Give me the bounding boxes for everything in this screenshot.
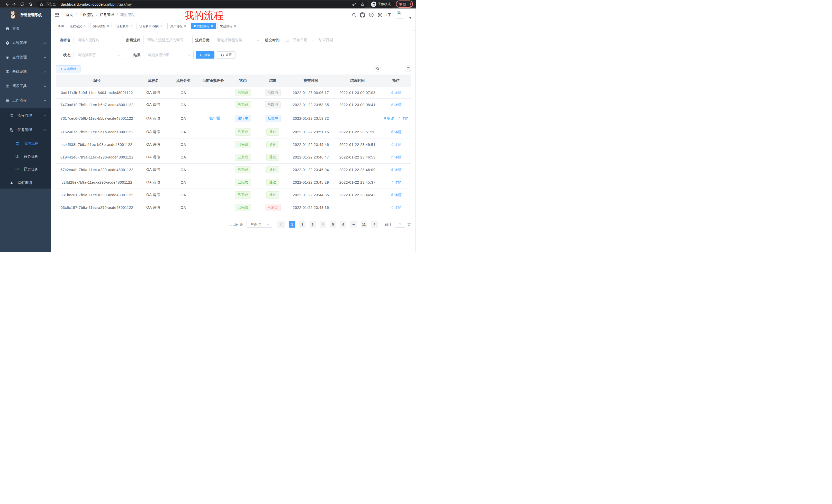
svg-text:?: ?	[370, 13, 372, 17]
